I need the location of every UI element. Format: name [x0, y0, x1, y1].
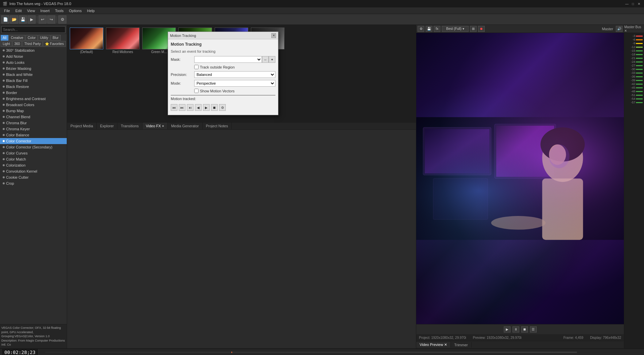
- track-action-btn6[interactable]: ⏹: [211, 104, 218, 111]
- fx-item-black-bar[interactable]: Black Bar Fill: [0, 78, 67, 84]
- preview-stop-btn[interactable]: ⏹: [521, 326, 528, 332]
- menu-help[interactable]: Help: [84, 8, 97, 13]
- fx-item-color-curves[interactable]: Color Curves: [0, 150, 67, 156]
- fx-item-chroma-blur[interactable]: Chroma Blur: [0, 120, 67, 126]
- maximize-button[interactable]: □: [631, 1, 635, 6]
- fx-item-color-balance[interactable]: Color Balance: [0, 132, 67, 138]
- menu-view[interactable]: View: [24, 8, 38, 13]
- track-outside-checkbox[interactable]: [194, 65, 199, 69]
- mask-btn1[interactable]: ↔: [262, 56, 269, 63]
- render-button[interactable]: ▶: [28, 15, 36, 24]
- preview-panel: ⚙ 💾 fx Best (Full) ▾ ⊞ ⏺ Master 🔊: [416, 25, 624, 348]
- fx-item-bump-map[interactable]: Bump Map: [0, 108, 67, 114]
- thumb-default[interactable]: (Default): [70, 28, 103, 54]
- dialog-close-button[interactable]: ✕: [271, 33, 276, 38]
- fx-item-color-corrector-sec[interactable]: Color Corrector (Secondary): [0, 144, 67, 150]
- tab-blur[interactable]: Blur: [51, 35, 61, 41]
- fx-search-input[interactable]: [1, 26, 65, 33]
- fx-item-channel-blend[interactable]: Channel Blend: [0, 114, 67, 120]
- preview-master-label: Master: [602, 27, 613, 31]
- tab-explorer[interactable]: Explorer: [97, 123, 117, 129]
- show-vectors-checkbox[interactable]: [194, 89, 199, 93]
- new-button[interactable]: 📄: [1, 15, 9, 24]
- track-action-btn5[interactable]: ▶: [203, 104, 210, 111]
- preview-video-background: [416, 33, 624, 324]
- fx-item-convolution[interactable]: Convolution Kernel: [0, 168, 67, 174]
- vu-tick-54: -54: [626, 97, 643, 100]
- preview-save-btn[interactable]: 💾: [426, 26, 432, 32]
- fx-tab-bar: All Creative Color Utility Blur Light 36…: [0, 34, 67, 47]
- tab-favorites[interactable]: ⭐ Favorites: [43, 41, 66, 47]
- open-button[interactable]: 📂: [10, 15, 18, 24]
- close-button[interactable]: ✕: [637, 1, 641, 6]
- tab-utility[interactable]: Utility: [38, 35, 50, 41]
- menu-edit[interactable]: Edit: [13, 8, 24, 13]
- menu-options[interactable]: Options: [66, 8, 85, 13]
- track-action-btn3[interactable]: ⏯: [187, 104, 194, 111]
- preview-settings-btn[interactable]: ⚙: [418, 26, 424, 32]
- prev-tab-trimmer[interactable]: Trimmer: [451, 342, 472, 348]
- preview-split-btn[interactable]: ⊞: [470, 26, 477, 32]
- fx-item-crop[interactable]: Crop: [0, 180, 67, 186]
- fx-item-broadcast[interactable]: Broadcast Colors: [0, 102, 67, 108]
- window-controls[interactable]: — □ ✕: [625, 1, 641, 6]
- track-action-btn7[interactable]: ⚙: [219, 104, 226, 111]
- undo-button[interactable]: ↩: [39, 15, 47, 24]
- preview-audio-btn[interactable]: 🔊: [616, 26, 623, 32]
- preview-quality-select[interactable]: Best (Full) ▾: [442, 26, 469, 32]
- fx-item-360-stab[interactable]: 360° Stabilization: [0, 47, 67, 53]
- fx-item-auto-looks[interactable]: Auto Looks: [0, 59, 67, 65]
- fx-item-add-noise[interactable]: Add Noise: [0, 53, 67, 59]
- fx-item-color-match[interactable]: Color Match: [0, 156, 67, 162]
- vu-tick-3: -3: [626, 34, 643, 38]
- fx-item-brightness[interactable]: Brightness and Contrast: [0, 96, 67, 102]
- tab-video-fx[interactable]: Video FX ×: [143, 123, 168, 129]
- fx-item-black-white[interactable]: Black and White: [0, 72, 67, 78]
- prev-tab-video[interactable]: Video Preview ✕: [416, 342, 451, 348]
- fx-item-color-corrector[interactable]: Color Corrector: [0, 138, 67, 144]
- fx-item-border[interactable]: Border: [0, 90, 67, 96]
- save-button[interactable]: 💾: [19, 15, 27, 24]
- mode-select[interactable]: Perspective Affine Translation: [194, 80, 275, 87]
- minimize-button[interactable]: —: [625, 1, 629, 6]
- precision-label: Precision:: [171, 73, 194, 77]
- preview-video-area: [416, 33, 624, 324]
- menu-file[interactable]: File: [1, 8, 13, 13]
- tab-360[interactable]: 360: [12, 41, 22, 47]
- tab-all[interactable]: All: [1, 35, 8, 41]
- tab-third-party[interactable]: Third Party: [22, 41, 43, 47]
- fx-item-bezier-masking[interactable]: Bézier Masking: [0, 65, 67, 72]
- track-action-btn4[interactable]: ◀: [195, 104, 202, 111]
- track-action-btn2[interactable]: ⏭: [179, 104, 185, 111]
- fx-item-cookie-cutter[interactable]: Cookie Cutter: [0, 174, 67, 180]
- vu-tick-42: -42: [626, 82, 643, 86]
- fx-item-black-restore[interactable]: Black Restore: [0, 84, 67, 90]
- menu-tools[interactable]: Tools: [52, 8, 66, 13]
- precision-select[interactable]: Balanced Fast Accurate: [194, 71, 275, 78]
- tab-project-notes[interactable]: Project Notes: [203, 123, 232, 129]
- tab-media-generator[interactable]: Media Generator: [168, 123, 203, 129]
- panel-content: [67, 130, 416, 348]
- mask-btn2[interactable]: ✦: [269, 56, 275, 63]
- tab-color[interactable]: Color: [25, 35, 38, 41]
- dialog-action-buttons: ⏮ ⏭ ⏯ ◀ ▶ ⏹ ⚙: [171, 103, 275, 112]
- tab-creative[interactable]: Creative: [9, 35, 25, 41]
- preview-pause-btn[interactable]: ⏸: [513, 326, 519, 332]
- track-action-btn1[interactable]: ⏮: [171, 104, 177, 111]
- tab-transitions[interactable]: Transitions: [117, 123, 142, 129]
- vu-tick-18: -18: [626, 53, 643, 56]
- settings-button[interactable]: ⚙: [58, 15, 66, 24]
- preview-loop-btn[interactable]: ☰: [530, 326, 537, 332]
- redo-button[interactable]: ↪: [47, 15, 55, 24]
- vu-tick-9: -9: [626, 42, 643, 45]
- menu-insert[interactable]: Insert: [38, 8, 52, 13]
- preview-fx-btn[interactable]: fx: [434, 26, 440, 32]
- fx-item-chroma-keyer[interactable]: Chroma Keyer: [0, 126, 67, 132]
- thumb-red-midtones[interactable]: Red Midtones: [106, 28, 140, 54]
- preview-play-btn[interactable]: ▶: [504, 326, 511, 332]
- preview-rec-btn[interactable]: ⏺: [478, 26, 485, 32]
- tab-light[interactable]: Light: [1, 41, 12, 47]
- mask-select[interactable]: [194, 56, 262, 63]
- tab-project-media[interactable]: Project Media: [67, 123, 97, 129]
- fx-item-colorization[interactable]: Colorization: [0, 162, 67, 168]
